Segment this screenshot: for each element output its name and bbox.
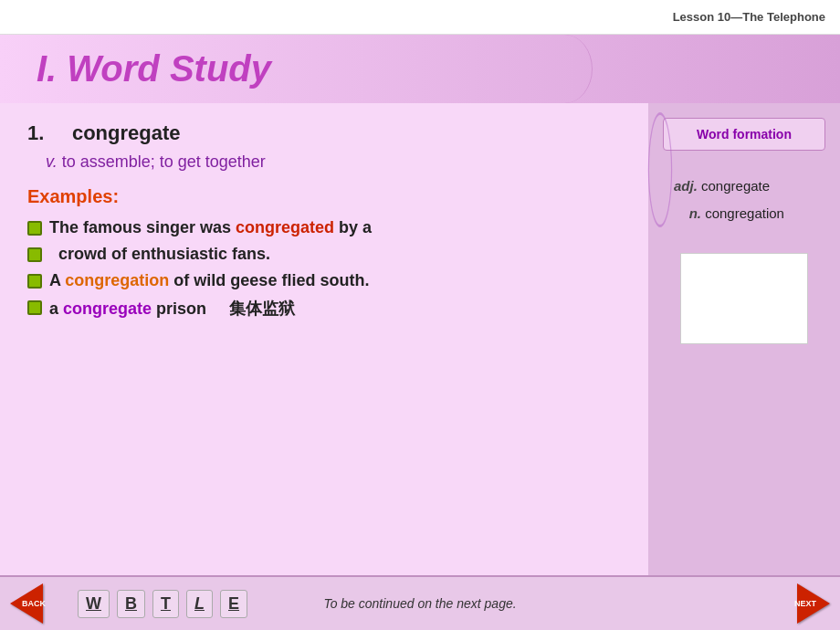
examples-label: Examples: xyxy=(27,186,621,207)
highlight-congregation: congregation xyxy=(65,271,169,289)
left-panel: 1. congregate v. to assemble; to get tog… xyxy=(0,103,648,575)
word-definition: v. to assemble; to get together xyxy=(27,152,621,172)
adj-word: congregate xyxy=(701,178,770,194)
continue-text: To be continued on the next page. xyxy=(323,596,516,611)
example-4-text: a congregate prison 集体监狱 xyxy=(49,298,295,320)
example-3-text: A congregation of wild geese flied south… xyxy=(49,271,369,290)
highlight-congregate: congregate xyxy=(63,299,152,318)
main-area: 1. congregate v. to assemble; to get tog… xyxy=(0,103,840,575)
example-1: The famous singer was congregated by a xyxy=(27,218,621,237)
lesson-title: Lesson 10—The Telephone xyxy=(673,10,825,24)
nav-l[interactable]: L xyxy=(186,590,213,618)
back-button[interactable]: BACK xyxy=(0,577,53,630)
word-formation-title: Word formation xyxy=(697,127,792,142)
example-2: crowd of enthusiastic fans. xyxy=(27,245,621,264)
n-word: congregation xyxy=(705,205,784,221)
top-bar: Lesson 10—The Telephone xyxy=(0,0,840,35)
part-of-speech: v. xyxy=(46,152,58,171)
nav-letters-container: W B T L E xyxy=(78,590,247,618)
word-formation-box: Word formation xyxy=(663,118,825,151)
example-2-text: crowd of enthusiastic fans. xyxy=(49,245,270,264)
definition-text: to assemble; to get together xyxy=(62,152,266,171)
highlight-congregated: congregated xyxy=(236,218,334,236)
bullet-icon-3 xyxy=(27,274,42,289)
title-banner: I. Word Study xyxy=(0,35,840,103)
example-4: a congregate prison 集体监狱 xyxy=(27,298,621,320)
formation-content: adj. congregate n. congregation xyxy=(663,165,825,235)
word-heading: 1. congregate xyxy=(27,121,621,145)
adj-line: adj. congregate xyxy=(674,173,814,200)
bullet-icon-2 xyxy=(27,247,42,262)
adj-pos: adj. xyxy=(674,178,698,194)
right-panel: Word formation adj. congregate n. congre… xyxy=(648,103,840,575)
example-3: A congregation of wild geese flied south… xyxy=(27,271,621,290)
n-line: n. congregation xyxy=(674,200,814,227)
next-button[interactable]: NEXT xyxy=(787,577,840,630)
word-term: congregate xyxy=(72,121,181,144)
bullet-icon-1 xyxy=(27,221,42,236)
nav-e[interactable]: E xyxy=(220,590,247,618)
image-placeholder xyxy=(680,253,808,344)
nav-t[interactable]: T xyxy=(152,590,179,618)
nav-b[interactable]: B xyxy=(117,590,145,618)
bottom-bar: BACK W B T L E To be continued on the ne… xyxy=(0,575,840,630)
n-pos: n. xyxy=(689,205,701,221)
next-label: NEXT xyxy=(794,599,816,608)
nav-w[interactable]: W xyxy=(78,590,110,618)
word-number: 1. xyxy=(27,121,44,144)
back-label: BACK xyxy=(22,599,46,608)
bullet-icon-4 xyxy=(27,300,42,315)
example-1-text: The famous singer was congregated by a xyxy=(49,218,372,237)
nav-buttons: W B T L E xyxy=(78,590,247,618)
section-title: I. Word Study xyxy=(37,48,271,89)
